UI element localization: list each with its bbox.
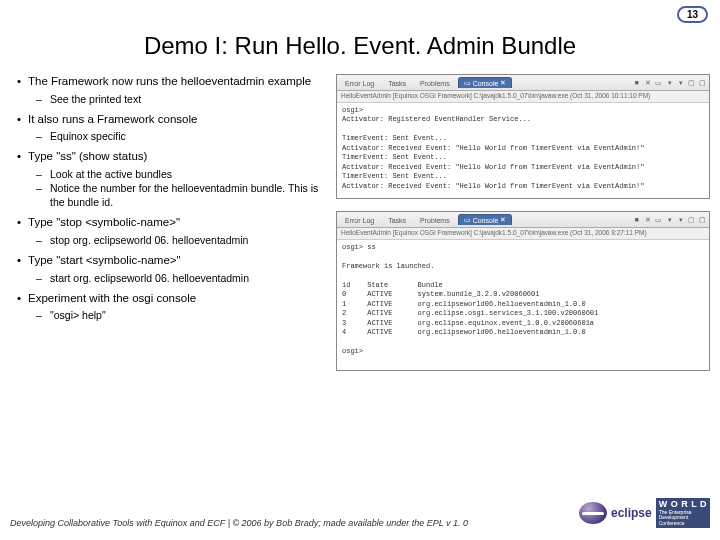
- page-number: 13: [677, 6, 708, 23]
- close-icon[interactable]: ✕: [500, 79, 506, 87]
- console-window-bottom: Error Log Tasks Problems ▭ Console ✕ ■ ✕…: [336, 211, 710, 371]
- tab-bar: Error Log Tasks Problems ▭ Console ✕ ■ ✕…: [337, 212, 709, 228]
- sub-item: Notice the number for the helloeventadmi…: [28, 181, 330, 209]
- bullet-text: Type "ss" (show status): [28, 150, 147, 162]
- screenshot-column: Error Log Tasks Problems ▭ Console ✕ ■ ✕…: [330, 74, 710, 383]
- eclipse-icon: [579, 502, 607, 524]
- sub-item: stop org. eclipseworld 06. helloeventadm…: [28, 233, 330, 247]
- dropdown-icon[interactable]: ▾: [676, 215, 685, 224]
- footer: Developing Collaborative Tools with Equi…: [10, 498, 710, 528]
- console-subtitle: HelloEventAdmin [Equinox OSGi Framework]…: [337, 91, 709, 103]
- bullet-item: The Framework now runs the helloeventadm…: [10, 74, 330, 110]
- console-icon: ▭: [464, 79, 471, 87]
- dropdown-icon[interactable]: ▾: [676, 78, 685, 87]
- dropdown-icon[interactable]: ▾: [665, 78, 674, 87]
- bullet-item: It also runs a Framework console Equinox…: [10, 112, 330, 148]
- bullet-item: Type "ss" (show status) Look at the acti…: [10, 149, 330, 213]
- bullet-text: Type "start <symbolic-name>": [28, 254, 181, 266]
- toolbar-icons: ■ ✕ ▭ ▾ ▾ ▢ ▢: [632, 215, 707, 224]
- tab-errorlog[interactable]: Error Log: [339, 215, 380, 225]
- toolbar-icons: ■ ✕ ▭ ▾ ▾ ▢ ▢: [632, 78, 707, 87]
- bullet-text: Experiment with the osgi console: [28, 292, 196, 304]
- tab-tasks[interactable]: Tasks: [382, 215, 412, 225]
- tab-bar: Error Log Tasks Problems ▭ Console ✕ ■ ✕…: [337, 75, 709, 91]
- sub-item: Look at the active bundles: [28, 167, 330, 181]
- minimize-icon[interactable]: ▢: [687, 78, 696, 87]
- tab-console-active[interactable]: ▭ Console ✕: [458, 77, 513, 88]
- console-output: osgi> ss Framework is launched. id State…: [337, 240, 709, 370]
- bullet-text: Type "stop <symbolic-name>": [28, 216, 180, 228]
- footer-text: Developing Collaborative Tools with Equi…: [10, 518, 468, 528]
- tab-problems[interactable]: Problems: [414, 215, 456, 225]
- bullet-item: Type "start <symbolic-name>" start org. …: [10, 253, 330, 289]
- clear-icon[interactable]: ✕: [643, 78, 652, 87]
- bullet-item: Type "stop <symbolic-name>" stop org. ec…: [10, 215, 330, 251]
- minimize-icon[interactable]: ▢: [687, 215, 696, 224]
- stop-icon[interactable]: ■: [632, 215, 641, 224]
- console-window-top: Error Log Tasks Problems ▭ Console ✕ ■ ✕…: [336, 74, 710, 199]
- sub-item: "osgi> help": [28, 308, 330, 322]
- world-box: W O R L D The Enterprise Development Con…: [656, 498, 710, 528]
- clear-icon[interactable]: ✕: [643, 215, 652, 224]
- bullet-column: The Framework now runs the helloeventadm…: [10, 74, 330, 383]
- console-output: osgi> Activator: Registered EventHandler…: [337, 103, 709, 198]
- bullet-text: It also runs a Framework console: [28, 113, 197, 125]
- bullet-item: Experiment with the osgi console "osgi> …: [10, 291, 330, 327]
- pin-icon[interactable]: ▭: [654, 78, 663, 87]
- slide-title: Demo I: Run Hello. Event. Admin Bundle: [0, 32, 720, 60]
- tab-errorlog[interactable]: Error Log: [339, 78, 380, 88]
- sub-item: See the printed text: [28, 92, 330, 106]
- dropdown-icon[interactable]: ▾: [665, 215, 674, 224]
- stop-icon[interactable]: ■: [632, 78, 641, 87]
- maximize-icon[interactable]: ▢: [698, 215, 707, 224]
- eclipse-world-logo: eclipse W O R L D The Enterprise Develop…: [579, 498, 710, 528]
- console-subtitle: HelloEventAdmin [Equinox OSGi Framework]…: [337, 228, 709, 240]
- eclipse-text: eclipse: [611, 506, 652, 520]
- pin-icon[interactable]: ▭: [654, 215, 663, 224]
- sub-item: start org. eclipseworld 06. helloeventad…: [28, 271, 330, 285]
- tab-console-active[interactable]: ▭ Console ✕: [458, 214, 513, 225]
- sub-item: Equinox specific: [28, 129, 330, 143]
- close-icon[interactable]: ✕: [500, 216, 506, 224]
- content-area: The Framework now runs the helloeventadm…: [0, 74, 720, 383]
- bullet-text: The Framework now runs the helloeventadm…: [28, 75, 311, 87]
- tab-problems[interactable]: Problems: [414, 78, 456, 88]
- tab-tasks[interactable]: Tasks: [382, 78, 412, 88]
- maximize-icon[interactable]: ▢: [698, 78, 707, 87]
- console-icon: ▭: [464, 216, 471, 224]
